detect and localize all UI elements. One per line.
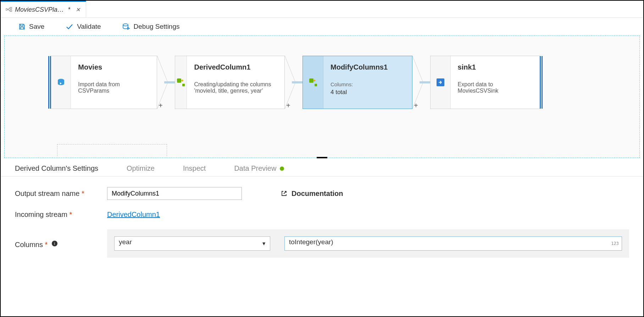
node-movies[interactable]: Movies Import data from CSVParams: [51, 56, 157, 109]
node-desc-value: 4 total: [331, 89, 395, 96]
row-incoming-stream: Incoming stream * DerivedColumn1: [15, 211, 629, 219]
connector: +: [157, 56, 175, 109]
column-expression-input[interactable]: toInteger(year) 123: [284, 236, 622, 251]
debug-settings-icon: [122, 23, 130, 31]
node-title: ModifyColumns1: [331, 63, 395, 71]
panel-resize-handle[interactable]: [317, 157, 327, 158]
debug-settings-label: Debug Settings: [134, 23, 180, 31]
panel-tabs: Derived Column's Settings Optimize Inspe…: [1, 158, 643, 176]
node-icon-sink: [431, 56, 451, 109]
node-handle-left[interactable]: [48, 56, 51, 109]
chevron-down-icon: ▼: [261, 241, 266, 246]
incoming-stream-label: Incoming stream *: [15, 211, 107, 219]
tab-dataflow[interactable]: MoviesCSVPla… * ✕: [1, 1, 86, 17]
node-desc: Creating/updating the columns 'movieId, …: [194, 81, 278, 94]
node-sink1[interactable]: sink1 Export data to MoviesCSVSink: [430, 56, 540, 109]
node-desc: Import data from CSVParams: [78, 81, 150, 94]
save-icon: [18, 23, 26, 30]
row-columns: Columns * i year ▼ toInteger(year) 123: [15, 229, 629, 258]
tab-settings[interactable]: Derived Column's Settings: [15, 164, 98, 173]
svg-rect-6: [177, 78, 181, 83]
node-icon-derived: [175, 56, 187, 109]
svg-rect-1: [10, 7, 12, 9]
tab-optimize[interactable]: Optimize: [127, 164, 155, 173]
columns-label: Columns * i: [15, 239, 107, 249]
tab-bar: MoviesCSVPla… * ✕: [1, 1, 643, 18]
check-icon: [66, 23, 73, 30]
node-icon-derived: [303, 56, 323, 109]
close-icon[interactable]: ✕: [75, 6, 81, 13]
dataflow-icon: [6, 7, 12, 12]
tab-data-preview[interactable]: Data Preview: [234, 164, 284, 173]
svg-rect-7: [182, 84, 185, 86]
node-modifycolumns1[interactable]: ModifyColumns1 Columns: 4 total: [302, 56, 412, 109]
required-asterisk: *: [45, 241, 48, 248]
toolbar: Save Validate Debug Settings: [1, 18, 643, 35]
dataflow-canvas[interactable]: Movies Import data from CSVParams + Deri…: [4, 35, 640, 158]
required-asterisk: *: [82, 190, 84, 197]
node-icon-source: [51, 56, 71, 109]
settings-panel: Output stream name * Documentation Incom…: [1, 176, 643, 258]
column-name-select[interactable]: year ▼: [114, 236, 270, 251]
node-title: Movies: [78, 63, 150, 71]
required-asterisk: *: [69, 211, 72, 218]
info-icon[interactable]: i: [52, 241, 57, 246]
documentation-link[interactable]: Documentation: [281, 190, 343, 198]
svg-point-3: [123, 24, 128, 26]
dashed-placeholder: [57, 144, 167, 156]
node-derivedcolumn1[interactable]: DerivedColumn1 Creating/updating the col…: [175, 56, 285, 109]
node-handle-right[interactable]: [540, 56, 543, 109]
svg-rect-9: [309, 78, 313, 83]
output-stream-label: Output stream name *: [15, 190, 107, 198]
connector: +: [412, 56, 430, 109]
node-title: DerivedColumn1: [194, 63, 278, 71]
flow-row: Movies Import data from CSVParams + Deri…: [51, 56, 629, 109]
status-dot-icon: [280, 166, 284, 171]
external-link-icon: [281, 190, 287, 197]
output-stream-input[interactable]: [107, 187, 242, 200]
svg-rect-2: [10, 10, 12, 12]
node-desc: Export data to MoviesCSVSink: [458, 81, 533, 94]
row-output-stream: Output stream name * Documentation: [15, 187, 629, 200]
tab-inspect[interactable]: Inspect: [183, 164, 206, 173]
add-node-button[interactable]: +: [286, 102, 290, 110]
connector: +: [285, 56, 302, 109]
save-label: Save: [29, 23, 44, 31]
save-button[interactable]: Save: [18, 23, 44, 31]
validate-button[interactable]: Validate: [66, 23, 101, 31]
tab-dirty-indicator: *: [67, 6, 72, 13]
node-title: sink1: [458, 63, 533, 71]
debug-settings-button[interactable]: Debug Settings: [122, 23, 180, 31]
columns-editor: year ▼ toInteger(year) 123: [107, 229, 629, 258]
node-desc-label: Columns:: [331, 81, 395, 87]
svg-rect-10: [315, 84, 317, 86]
incoming-stream-link[interactable]: DerivedColumn1: [107, 211, 160, 219]
svg-rect-0: [6, 9, 7, 10]
add-node-button[interactable]: +: [414, 102, 418, 110]
tab-title: MoviesCSVPla…: [15, 6, 64, 13]
add-node-button[interactable]: +: [159, 102, 163, 110]
validate-label: Validate: [77, 23, 101, 31]
type-badge: 123: [611, 241, 619, 246]
